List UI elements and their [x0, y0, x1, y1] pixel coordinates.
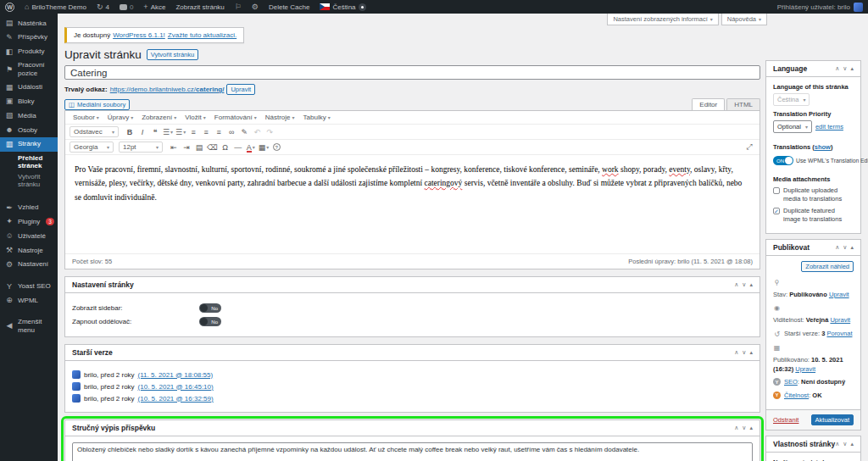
sidebar-item-products[interactable]: ◧Produkty	[0, 45, 58, 59]
post-title-input[interactable]	[64, 65, 760, 80]
add-media-button[interactable]: ◫ Mediální soubory	[64, 99, 130, 110]
sidebar-item-jobs[interactable]: ⚑Pracovní pozice	[0, 58, 58, 80]
font-size-select[interactable]: 12pt ▾	[119, 142, 163, 153]
duplicate-featured-checkbox[interactable]: ✓	[773, 208, 780, 214]
wp-logo-menu[interactable]: W	[0, 0, 19, 14]
toggle-panel-icon[interactable]: ▴	[850, 244, 854, 251]
outdent-icon[interactable]: ⇤	[168, 142, 180, 153]
account-menu[interactable]: Přihlášený uživatel: brilo	[777, 3, 868, 12]
bold-icon[interactable]: B	[124, 126, 136, 137]
order-up-icon[interactable]: ∧	[734, 425, 738, 431]
bulleted-list-icon[interactable]: ☰▾	[162, 126, 174, 137]
publish-row-link-label[interactable]: Čitelnost	[784, 392, 809, 399]
publish-row-action[interactable]: Upravit	[830, 316, 850, 324]
help-icon[interactable]: ?	[270, 142, 282, 153]
page-settings-header[interactable]: Nastavení stránky ∧∨▴	[65, 277, 760, 293]
update-button[interactable]: Aktualizovat	[811, 414, 854, 425]
publish-row-action[interactable]: Porovnat	[826, 330, 852, 337]
consider-update-link[interactable]: Zvažte tuto aktualizaci.	[168, 31, 236, 39]
order-up-icon[interactable]: ∧	[835, 244, 839, 251]
sidebar-item-dashboard[interactable]: ▤Nástěnka	[0, 16, 58, 31]
blockquote-icon[interactable]: ❝	[149, 126, 161, 137]
italic-icon[interactable]: I	[136, 126, 148, 137]
order-up-icon[interactable]: ∧	[734, 349, 738, 356]
excerpt-header[interactable]: Stručný výpis příspěvku ∧∨▴	[65, 420, 760, 436]
publish-row-action[interactable]: Upravit	[795, 365, 815, 373]
sidebar-item-events[interactable]: ▦Události	[0, 81, 58, 95]
sidebar-item-people[interactable]: ☻Osoby	[0, 123, 58, 137]
tab-html-editor[interactable]: HTML	[726, 98, 760, 110]
site-menu[interactable]: ⌂ BriloTheme Demo	[19, 0, 92, 14]
editor-menu-nstroje[interactable]: Nástroje▾	[261, 112, 299, 123]
align-right-icon[interactable]: ≡	[213, 126, 225, 137]
editor-menu-tabulky[interactable]: Tabulky▾	[299, 112, 335, 123]
add-new-page-button[interactable]: Vytvořit stránku	[147, 49, 198, 60]
order-up-icon[interactable]: ∧	[835, 65, 839, 72]
order-down-icon[interactable]: ∨	[843, 441, 847, 447]
text-color-icon[interactable]: A▾	[245, 142, 257, 153]
editor-menu-pravy[interactable]: Úpravy▾	[103, 112, 137, 123]
format-select[interactable]: Odstavec ▾	[70, 126, 119, 137]
order-up-icon[interactable]: ∧	[835, 441, 839, 447]
special-character-icon[interactable]: Ω	[220, 142, 231, 153]
order-down-icon[interactable]: ∨	[742, 281, 746, 288]
align-left-icon[interactable]: ≡	[187, 126, 199, 137]
align-center-icon[interactable]: ≡	[200, 126, 212, 137]
sidebar-item-appearance[interactable]: ✒Vzhled	[0, 201, 58, 215]
editor-menu-zobrazen[interactable]: Zobrazení▾	[137, 112, 181, 123]
new-content-menu[interactable]: + Akce	[138, 0, 170, 14]
redo-icon[interactable]: ↷	[264, 126, 275, 137]
excerpt-textarea[interactable]: Obložený chlebíček nebo sladký dortík s …	[72, 442, 753, 461]
settings-menu[interactable]: ⚙	[247, 0, 264, 14]
revision-link[interactable]: (11. 5. 2021 @ 18:08:55)	[138, 371, 213, 379]
publish-panel-header[interactable]: Publikovat ∧∨▴	[766, 240, 860, 256]
move-to-trash-link[interactable]: Odstranit	[773, 416, 798, 424]
undo-icon[interactable]: ↶	[251, 126, 263, 137]
updates-menu[interactable]: ↻ 4	[92, 0, 114, 14]
page-attributes-header[interactable]: Vlastnosti stránky ∧∨▴	[766, 436, 860, 453]
sidebar-item-plugins[interactable]: ✦Pluginy3	[0, 214, 58, 229]
sidebar-item-yoast[interactable]: YYoast SEO	[0, 280, 58, 294]
delete-cache-menu[interactable]: Delete Cache	[264, 0, 314, 14]
paste-as-text-icon[interactable]: ▤	[193, 142, 205, 153]
revisions-header[interactable]: Starší verze ∧∨▴	[65, 345, 760, 361]
permalink-link[interactable]: https://demo.brilantniweb.cz/catering/	[110, 86, 225, 93]
page-setting-toggle[interactable]: No	[199, 317, 221, 326]
link-icon[interactable]: ∞	[225, 126, 237, 137]
translation-priority-select[interactable]: Optional ▾	[773, 120, 812, 133]
sidebar-item-media[interactable]: ▧Média	[0, 108, 58, 123]
sidebar-item-wpml[interactable]: ⊕WPML	[0, 293, 58, 308]
page-language-select[interactable]: Čeština ▾	[773, 93, 810, 106]
edit-terms-link[interactable]: edit terms	[815, 123, 843, 131]
sidebar-item-tools[interactable]: ⚒Nástroje	[0, 243, 58, 258]
language-panel-header[interactable]: Language ∧∨▴	[766, 61, 860, 77]
sidebar-item-blocks[interactable]: ▣Bloky	[0, 94, 58, 108]
sidebar-item-posts[interactable]: ✎Příspěvky	[0, 31, 58, 45]
order-down-icon[interactable]: ∨	[843, 244, 847, 251]
order-down-icon[interactable]: ∨	[843, 65, 847, 72]
screen-options-tab[interactable]: Nastavení zobrazených informací ▾	[607, 14, 718, 25]
clear-formatting-icon[interactable]: ⌫	[206, 142, 219, 153]
editor-menu-vloit[interactable]: Vložit▾	[181, 112, 210, 123]
font-family-select[interactable]: Georgia ▾	[70, 142, 114, 153]
view-page-menu[interactable]: Zobrazit stránku	[170, 0, 229, 14]
edit-permalink-button[interactable]: Upravit	[226, 84, 255, 95]
toggle-panel-icon[interactable]: ▴	[749, 349, 753, 356]
order-down-icon[interactable]: ∨	[742, 349, 746, 356]
translations-show-link[interactable]: show	[815, 143, 831, 151]
language-menu[interactable]: Čeština	[314, 0, 370, 14]
publish-row-action[interactable]: Upravit	[829, 291, 849, 298]
toggle-panel-icon[interactable]: ▴	[749, 425, 753, 431]
table-icon[interactable]: ▦▾	[258, 142, 270, 153]
help-tab[interactable]: Nápověda ▾	[721, 14, 767, 25]
numbered-list-icon[interactable]: ☰▾	[175, 126, 186, 137]
toggle-panel-icon[interactable]: ▴	[749, 281, 753, 288]
sidebar-item-settings[interactable]: ⚙Nastavení	[0, 258, 58, 272]
wpml-menu[interactable]: ⚐	[230, 0, 247, 14]
fullscreen-icon[interactable]: ⤢	[743, 142, 755, 153]
preview-button[interactable]: Zobrazit náhled	[801, 261, 854, 272]
submenu-item[interactable]: Přehled stránek	[0, 153, 58, 171]
page-setting-toggle[interactable]: No	[199, 303, 221, 313]
comments-menu[interactable]: 0	[114, 0, 138, 14]
order-up-icon[interactable]: ∧	[734, 281, 738, 288]
